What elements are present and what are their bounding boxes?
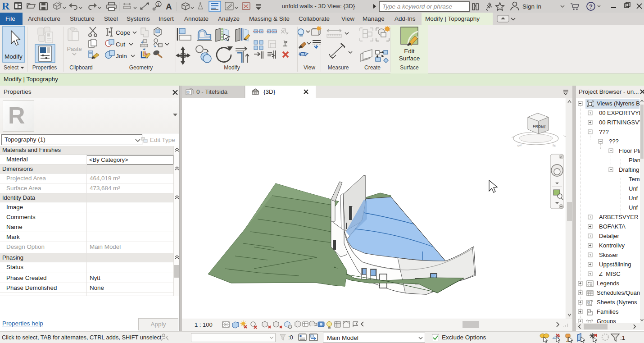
svg-text:Properties: Properties [32,64,57,71]
svg-text:unfold walls - 3D View: {3D}: unfold walls - 3D View: {3D} [282,3,355,9]
svg-text:A: A [166,2,172,11]
svg-text:Join: Join [116,53,127,59]
svg-text:Surface: Surface [399,55,420,62]
svg-text:Select: Select [4,64,19,71]
svg-text:Create: Create [364,64,381,71]
svg-text:Edit: Edit [404,48,415,55]
svg-text:Clipboard: Clipboard [69,64,92,71]
svg-text:Type a keyword or phrase: Type a keyword or phrase [382,3,452,10]
svg-text:Cope: Cope [116,29,130,36]
svg-text:SW: SW [517,144,522,147]
svg-text:Geometry: Geometry [129,64,153,71]
svg-text:Modify: Modify [5,53,23,60]
svg-text:Paste: Paste [67,46,82,52]
svg-text:Sign In: Sign In [522,3,541,10]
svg-text:FRONT: FRONT [533,124,547,129]
svg-text:SE: SE [552,144,556,147]
svg-text:R: R [2,0,10,12]
svg-text:1: 1 [157,2,159,7]
svg-text:Cut: Cut [116,41,125,48]
svg-text:?: ? [589,3,593,10]
svg-text::1: :1 [620,334,625,341]
svg-text:Modify: Modify [224,64,240,71]
svg-text:Measure: Measure [328,64,349,71]
svg-text:Surface: Surface [400,64,419,71]
svg-text:View: View [304,64,315,71]
